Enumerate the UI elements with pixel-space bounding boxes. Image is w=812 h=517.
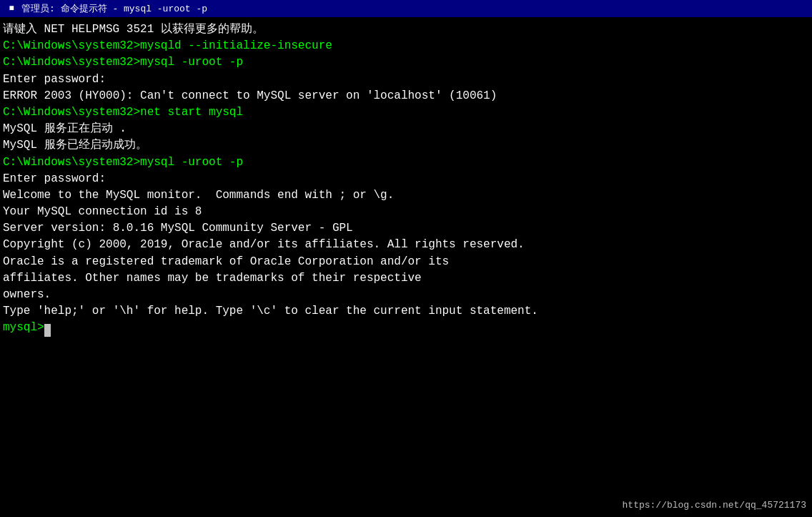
terminal-line: C:\Windows\system32>net start mysql	[3, 104, 809, 121]
title-bar: ■ 管理员: 命令提示符 - mysql -uroot -p	[0, 0, 812, 17]
terminal-cursor	[44, 324, 51, 337]
terminal-line: Enter password:	[3, 72, 809, 88]
terminal-line: affiliates. Other names may be trademark…	[3, 270, 809, 287]
terminal-line: C:\Windows\system32>mysql -uroot -p	[3, 154, 809, 171]
terminal-line: Your MySQL connection id is 8	[3, 204, 809, 220]
terminal-line: ERROR 2003 (HY000): Can't connect to MyS…	[3, 88, 809, 104]
terminal-line: Oracle is a registered trademark of Orac…	[3, 254, 809, 270]
title-bar-icon: ■	[6, 3, 17, 14]
watermark-text: https://blog.csdn.net/qq_45721173	[623, 499, 806, 513]
terminal-line: Enter password:	[3, 171, 809, 187]
terminal-line: Welcome to the MySQL monitor. Commands e…	[3, 187, 809, 204]
terminal-line: C:\Windows\system32>mysql -uroot -p	[3, 54, 809, 71]
terminal-line: MySQL 服务正在启动 .	[3, 121, 809, 137]
terminal-line: owners.	[3, 287, 809, 303]
terminal-line: C:\Windows\system32>mysqld --initialize-…	[3, 38, 809, 54]
terminal-line: Type 'help;' or '\h' for help. Type '\c'…	[3, 303, 809, 320]
terminal-line: Server version: 8.0.16 MySQL Community S…	[3, 220, 809, 237]
terminal-line: MySQL 服务已经启动成功。	[3, 137, 809, 154]
title-bar-text: 管理员: 命令提示符 - mysql -uroot -p	[21, 2, 806, 15]
terminal-line: 请键入 NET HELPMSG 3521 以获得更多的帮助。	[3, 21, 809, 38]
terminal-line: mysql>	[3, 320, 809, 336]
terminal-body[interactable]: 请键入 NET HELPMSG 3521 以获得更多的帮助。C:\Windows…	[0, 17, 812, 517]
terminal-line: Copyright (c) 2000, 2019, Oracle and/or …	[3, 237, 809, 253]
